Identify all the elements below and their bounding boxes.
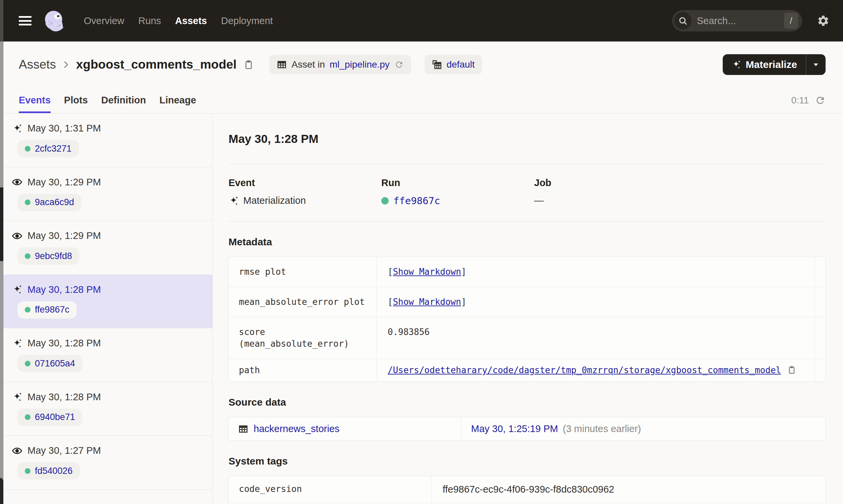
system-tag-key: code_version — [229, 476, 432, 503]
dagster-logo[interactable] — [42, 9, 66, 33]
event-detail-title: May 30, 1:28 PM — [228, 132, 826, 146]
materialization-sparkles-icon — [12, 338, 22, 348]
table-row: mean_absolute_error plot [Show Markdown] — [229, 287, 825, 317]
event-list-item[interactable]: May 30, 1:28 PM 071605a4 — [0, 328, 212, 382]
run-id-link[interactable]: 071605a4 — [35, 358, 75, 369]
event-timestamp-link[interactable]: May 30, 1:31 PM — [28, 123, 101, 134]
chevron-right-icon — [61, 60, 71, 69]
materialize-button[interactable]: Materialize — [723, 54, 806, 75]
run-status-dot — [25, 253, 31, 259]
tab-lineage[interactable]: Lineage — [159, 87, 196, 113]
job-label: Job — [534, 177, 551, 188]
asset-name-title: xgboost_comments_model — [76, 57, 237, 72]
hamburger-menu-icon[interactable] — [19, 16, 32, 25]
run-id-pill[interactable]: 9aca6c9d — [17, 194, 82, 211]
source-data-heading: Source data — [228, 397, 826, 408]
source-materialization-time-link[interactable]: May 30, 1:25:19 PM — [471, 424, 558, 434]
storage-path-link[interactable]: /Users/odetteharary/code/dagster/tmp_0mz… — [388, 364, 781, 376]
event-list-item-selected[interactable]: May 30, 1:28 PM ffe9867c — [0, 275, 212, 329]
table-end-column — [814, 359, 825, 381]
table-row: hackernews_stories May 30, 1:25:19 PM (3… — [229, 417, 825, 440]
system-tags-table: code_version ffe9867c-ec9c-4f06-939c-f8d… — [228, 476, 826, 504]
event-timestamp-link[interactable]: May 30, 1:28 PM — [28, 284, 101, 295]
run-id-link[interactable]: 9ebc9fd8 — [35, 251, 72, 262]
run-status-dot — [25, 361, 31, 366]
run-id-link[interactable]: 6940be71 — [35, 412, 75, 422]
run-id-link[interactable]: fd540026 — [35, 466, 73, 476]
event-label: Event — [228, 177, 381, 188]
table-end-column — [814, 287, 825, 317]
copy-asset-name-icon[interactable] — [243, 59, 254, 70]
table-row: score (mean_absolute_error) 0.983856 — [229, 317, 825, 359]
event-list-sidebar: May 30, 1:31 PM 2cfc3271 May 30, 1:29 PM… — [0, 113, 213, 504]
nav-item-assets[interactable]: Assets — [175, 15, 207, 26]
refresh-icon[interactable] — [815, 95, 826, 106]
run-id-link[interactable]: 9aca6c9d — [35, 197, 74, 208]
show-markdown-link[interactable]: Show Markdown — [393, 267, 461, 277]
event-timestamp-link[interactable]: May 30, 1:29 PM — [28, 177, 101, 188]
repository-default-link[interactable]: default — [447, 59, 475, 70]
table-end-column — [814, 257, 825, 287]
observation-eye-icon — [12, 231, 22, 241]
breadcrumb-assets-link[interactable]: Assets — [19, 57, 56, 72]
run-id-pill[interactable]: fd540026 — [17, 462, 80, 480]
run-id-link[interactable]: 2cfc3271 — [35, 144, 72, 154]
tab-plots[interactable]: Plots — [64, 87, 88, 113]
run-id-pill[interactable]: 071605a4 — [17, 355, 82, 372]
metadata-score-value: 0.983856 — [388, 326, 430, 338]
run-id-link[interactable]: ffe9867c — [35, 305, 69, 315]
event-list-item[interactable]: May 30, 1:29 PM 9ebc9fd8 — [0, 221, 212, 275]
observation-eye-icon — [12, 446, 22, 456]
repository-icon — [432, 59, 442, 70]
event-list-item[interactable]: May 30, 1:27 PM fd540026 — [0, 436, 212, 490]
pipeline-file-link[interactable]: ml_pipeline.py — [330, 59, 390, 70]
copy-path-icon[interactable] — [787, 365, 796, 375]
metadata-key: path — [229, 359, 377, 381]
event-timestamp-link[interactable]: May 30, 1:27 PM — [28, 445, 101, 456]
run-label: Run — [381, 177, 534, 188]
run-status-dot — [381, 197, 389, 204]
system-tag-value: ffe9867c-ec9c-4f06-939c-f8dc830c0962 — [432, 476, 825, 503]
nav-item-deployment[interactable]: Deployment — [221, 15, 273, 26]
event-timestamp-link[interactable]: May 30, 1:29 PM — [28, 230, 101, 241]
search-shortcut-badge: / — [784, 13, 798, 29]
system-tags-heading: System tags — [228, 455, 826, 467]
run-id-pill[interactable]: 6940be71 — [17, 409, 82, 426]
run-status-dot — [25, 199, 31, 205]
event-summary-row: Event Materialization Run ffe9867c Job — — [228, 177, 826, 206]
refresh-countdown: 0:11 — [791, 95, 809, 106]
metadata-heading: Metadata — [228, 236, 826, 248]
job-empty-value: — — [534, 195, 544, 206]
event-type-value: Materialization — [243, 195, 306, 206]
run-id-pill[interactable]: 2cfc3271 — [17, 140, 79, 157]
run-status-dot — [25, 414, 31, 420]
nav-item-overview[interactable]: Overview — [84, 15, 124, 26]
materialization-sparkles-icon — [12, 285, 22, 294]
materialize-dropdown-button[interactable] — [806, 54, 826, 75]
event-timestamp-link[interactable]: May 30, 1:28 PM — [28, 392, 101, 402]
event-list-item[interactable]: May 30, 1:29 PM 9aca6c9d — [0, 167, 212, 221]
event-timestamp-link[interactable]: May 30, 1:28 PM — [28, 338, 101, 349]
search-input[interactable] — [691, 15, 784, 26]
background-window-edge — [0, 0, 3, 504]
settings-gear-icon[interactable] — [817, 14, 830, 27]
run-status-dot — [25, 307, 31, 312]
show-markdown-link[interactable]: Show Markdown — [393, 297, 461, 307]
top-nav: Overview Runs Assets Deployment / — [0, 0, 843, 41]
tab-events[interactable]: Events — [19, 87, 51, 113]
run-id-pill[interactable]: ffe9867c — [17, 301, 77, 319]
event-list-item[interactable]: May 30, 1:28 PM 6940be71 — [0, 382, 212, 436]
run-id-pill[interactable]: 9ebc9fd8 — [17, 247, 80, 265]
tab-definition[interactable]: Definition — [101, 87, 146, 113]
breadcrumb-row: Assets xgboost_comments_model Asset in m… — [0, 41, 843, 87]
event-detail-panel: May 30, 1:28 PM Event Materialization Ru… — [213, 113, 843, 504]
asset-detail-page: Overview Runs Assets Deployment / Assets… — [0, 0, 843, 504]
source-time-note: (3 minutes earlier) — [563, 424, 641, 434]
event-list-item[interactable]: May 30, 1:31 PM 2cfc3271 — [0, 113, 212, 167]
global-search[interactable]: / — [672, 10, 802, 32]
run-id-link[interactable]: ffe9867c — [393, 195, 440, 206]
source-asset-link[interactable]: hackernews_stories — [254, 424, 340, 434]
search-icon — [674, 12, 691, 30]
nav-item-runs[interactable]: Runs — [138, 15, 161, 26]
reload-definitions-icon[interactable] — [394, 60, 404, 69]
